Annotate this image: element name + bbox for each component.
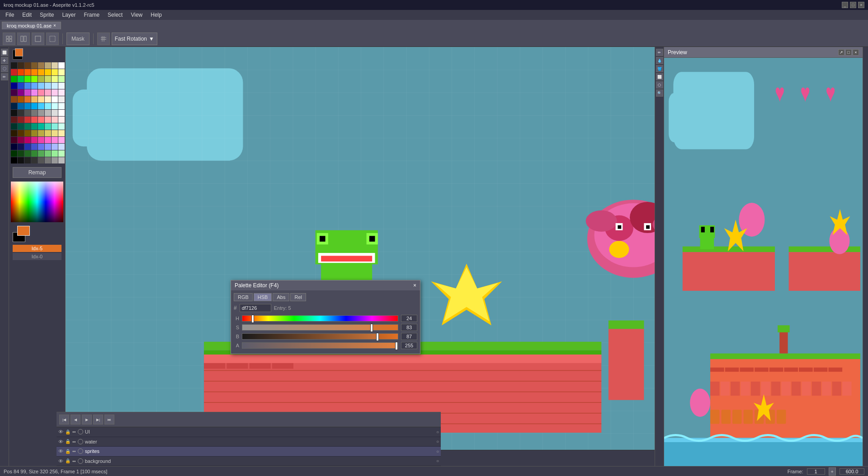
layer-row-water[interactable]: 👁 🔒 •• water ○ [57,437,441,447]
pe-b-value[interactable] [401,333,417,340]
palette-cell-55[interactable] [58,103,65,109]
palette-editor-close-btn[interactable]: × [413,282,416,289]
tool-move[interactable]: ✛ [1,57,8,64]
palette-cell-119[interactable] [58,157,65,163]
palette-cell-87[interactable] [58,130,65,136]
palette-cell-12[interactable] [38,69,44,75]
palette-cell-2[interactable] [24,62,31,69]
layer-vis-icon-ui[interactable]: 👁 [58,429,63,434]
palette-cell-19[interactable] [31,76,38,82]
palette-cell-7[interactable] [58,62,65,69]
layers-first-frame-btn[interactable]: |◀ [59,415,69,425]
palette-cell-9[interactable] [18,69,24,75]
preview-close-btn[interactable]: × [853,49,859,56]
palette-cell-115[interactable] [31,157,38,163]
canvas-area[interactable]: |◀ ◀ ▶ ▶| ▶▶| ↺ [66,47,655,466]
palette-cell-97[interactable] [18,144,24,150]
layer-vis-icon-bg[interactable]: 👁 [58,458,63,464]
palette-cell-86[interactable] [52,130,58,136]
frame-input[interactable] [807,468,825,475]
palette-cell-1[interactable] [18,62,24,69]
palette-cell-82[interactable] [24,130,31,136]
palette-cell-24[interactable] [11,83,17,89]
palette-cell-70[interactable] [52,117,58,123]
palette-cell-17[interactable] [18,76,24,82]
palette-cell-77[interactable] [45,123,51,130]
palette-cell-90[interactable] [24,137,31,143]
tool-marquee[interactable]: ⬜ [1,49,8,56]
layer-lock-icon-bg[interactable]: 🔒 [65,458,71,463]
tool-pencil[interactable]: ✏ [1,73,8,80]
palette-cell-35[interactable] [31,89,38,96]
palette-cell-20[interactable] [38,76,44,82]
maximize-btn[interactable]: □ [850,2,856,8]
palette-cell-93[interactable] [45,137,51,143]
palette-cell-75[interactable] [31,123,38,130]
palette-cell-73[interactable] [18,123,24,130]
palette-cell-114[interactable] [24,157,31,163]
grid-toggle-btn[interactable] [97,33,110,45]
palette-cell-63[interactable] [58,110,65,116]
palette-cell-23[interactable] [58,76,65,82]
palette-cell-37[interactable] [45,89,51,96]
preview-maximize-btn[interactable]: □ [845,49,852,56]
palette-cell-100[interactable] [38,144,44,150]
palette-cell-65[interactable] [18,117,24,123]
grid-medium-btn[interactable] [17,33,30,45]
palette-cell-21[interactable] [45,76,51,82]
menu-layer[interactable]: Layer [58,11,79,19]
palette-cell-94[interactable] [52,137,58,143]
palette-cell-69[interactable] [45,117,51,123]
palette-cell-50[interactable] [24,103,31,109]
palette-cell-51[interactable] [31,103,38,109]
palette-cell-56[interactable] [11,110,17,116]
palette-cell-81[interactable] [18,130,24,136]
palette-cell-8[interactable] [11,69,17,75]
palette-cell-59[interactable] [31,110,38,116]
palette-cell-49[interactable] [18,103,24,109]
tab-close-icon[interactable]: × [53,23,56,28]
palette-cell-88[interactable] [11,137,17,143]
palette-cell-30[interactable] [52,83,58,89]
palette-cell-80[interactable] [11,130,17,136]
palette-cell-13[interactable] [45,69,51,75]
menu-sprite[interactable]: Sprite [36,11,57,19]
palette-cell-15[interactable] [58,69,65,75]
palette-cell-40[interactable] [11,96,17,103]
palette-cell-105[interactable] [18,150,24,157]
fg-color-box[interactable] [15,48,23,56]
color-picker[interactable] [11,182,63,222]
menu-help[interactable]: Help [147,11,165,19]
pe-a-value[interactable] [401,342,417,349]
rotation-dropdown[interactable]: Fast Rotation ▼ [112,33,157,45]
pe-h-value[interactable] [401,315,417,322]
palette-cell-108[interactable] [38,150,44,157]
palette-cell-109[interactable] [45,150,51,157]
palette-cell-64[interactable] [11,117,17,123]
palette-cell-16[interactable] [11,76,17,82]
pe-tab-rgb[interactable]: RGB [234,293,253,301]
palette-cell-39[interactable] [58,89,65,96]
zoom-input[interactable] [840,468,864,475]
minimize-btn[interactable]: _ [842,2,848,8]
rt-zoom-btn[interactable]: 🔍 [656,89,663,97]
palette-cell-11[interactable] [31,69,38,75]
pe-s-value[interactable] [401,324,417,331]
pe-tab-hsb[interactable]: HSB [254,293,272,301]
menu-view[interactable]: View [127,11,146,19]
palette-cell-60[interactable] [38,110,44,116]
palette-cell-6[interactable] [52,62,58,69]
menu-edit[interactable]: Edit [19,11,35,19]
palette-cell-107[interactable] [31,150,38,157]
palette-cell-76[interactable] [38,123,44,130]
palette-cell-67[interactable] [31,117,38,123]
pe-s-thumb[interactable] [370,324,373,332]
palette-cell-42[interactable] [24,96,31,103]
menu-file[interactable]: File [2,11,18,19]
mask-button[interactable]: Mask [66,33,90,45]
palette-cell-4[interactable] [38,62,44,69]
palette-cell-96[interactable] [11,144,17,150]
pe-a-track[interactable] [242,342,398,349]
remap-button[interactable]: Remap [13,167,61,178]
add-frame-btn[interactable]: + [829,467,836,476]
